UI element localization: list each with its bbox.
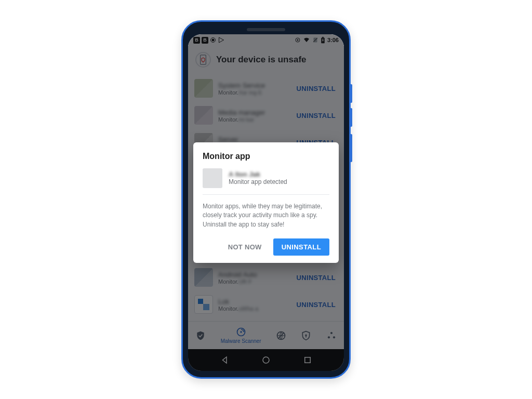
uninstall-button[interactable]: UNINSTALL — [295, 271, 338, 285]
battery-icon — [321, 37, 325, 44]
svg-rect-8 — [201, 55, 206, 64]
app-name: Android Auto — [218, 271, 289, 278]
app-name: Lok — [218, 298, 289, 305]
notification-badge-1-icon: B — [193, 37, 200, 44]
play-store-icon — [218, 37, 225, 43]
uninstall-button[interactable]: UNINSTALL — [295, 109, 338, 123]
tab-more[interactable] — [326, 330, 337, 341]
nav-recents-button[interactable] — [303, 355, 312, 365]
volume-down-button[interactable] — [350, 108, 352, 127]
svg-point-15 — [330, 331, 332, 334]
svg-point-16 — [328, 336, 330, 338]
notification-badge-2-icon: B — [202, 37, 208, 44]
tab-label: Malware Scanner — [221, 338, 261, 344]
scan-header: Your device is unsafe — [188, 46, 344, 75]
circle-icon — [210, 37, 216, 43]
scan-title: Your device is unsafe — [216, 55, 307, 65]
app-icon — [194, 241, 213, 260]
list-item[interactable]: Media manager Monitor.mi kar UNINSTALL — [188, 102, 344, 129]
stage: B B 3:06 Your device is unsa — [0, 0, 532, 399]
detection-text: Monitor.UR F — [218, 278, 289, 285]
app-icon — [194, 133, 213, 152]
svg-rect-19 — [304, 357, 310, 363]
no-sim-icon — [312, 37, 318, 43]
app-icon — [194, 295, 213, 314]
status-bar: B B 3:06 — [188, 34, 344, 46]
bottom-tab-bar: Malware Scanner — [188, 321, 344, 349]
detection-text: Monitor.mi kar — [218, 116, 289, 123]
uninstall-button[interactable]: UNINSTALL — [295, 82, 338, 96]
uninstall-button[interactable]: UNINSTALL — [295, 298, 338, 312]
power-button[interactable] — [350, 134, 352, 162]
svg-point-0 — [212, 39, 215, 42]
list-item[interactable]: Lok Monitor.uWha a UNINSTALL — [188, 291, 344, 318]
svg-rect-14 — [306, 336, 307, 337]
tab-malware-scanner[interactable]: Malware Scanner — [221, 327, 261, 344]
detection-text: Monitor.must app — [218, 247, 289, 254]
clock-text: 3:06 — [327, 37, 339, 43]
app-name: System Service — [218, 82, 289, 89]
svg-point-3 — [297, 39, 298, 41]
detection-text: Monitor.uWha a — [218, 305, 289, 312]
wifi-icon — [303, 37, 310, 43]
app-icon — [194, 106, 213, 125]
app-icon — [194, 268, 213, 287]
threat-list: System Service Monitor.Xar ing E UNINSTA… — [188, 75, 344, 321]
svg-rect-7 — [322, 37, 324, 38]
volume-up-button[interactable] — [350, 84, 352, 103]
android-nav-bar — [188, 349, 344, 371]
uninstall-button[interactable]: UNINSTALL — [295, 136, 338, 150]
list-item[interactable]: Android Auto Monitor.UR F UNINSTALL — [188, 264, 344, 291]
unsafe-device-icon — [195, 52, 211, 68]
app-name: Server — [218, 136, 289, 143]
svg-point-10 — [240, 331, 242, 332]
list-item[interactable]: Monitor.must app UNINSTALL — [188, 237, 344, 264]
detection-text: Monitor.Xar ing E — [218, 89, 289, 96]
phone-frame: B B 3:06 Your device is unsa — [181, 20, 351, 379]
tab-web[interactable] — [276, 330, 286, 341]
svg-point-18 — [263, 357, 269, 363]
svg-point-17 — [333, 336, 335, 338]
nav-back-button[interactable] — [220, 355, 230, 365]
speaker-slot — [247, 28, 285, 31]
nav-home-button[interactable] — [261, 355, 271, 365]
app-icon — [194, 79, 213, 98]
list-item[interactable]: System Service Monitor.Xar ing E UNINSTA… — [188, 75, 344, 102]
target-icon — [295, 37, 301, 43]
detection-text — [218, 143, 289, 150]
tab-shield[interactable] — [195, 330, 206, 341]
tab-privacy[interactable] — [301, 330, 311, 341]
list-item[interactable]: Server UNINSTALL — [188, 129, 344, 156]
screen: B B 3:06 Your device is unsa — [188, 34, 344, 371]
app-name: Media manager — [218, 109, 289, 116]
